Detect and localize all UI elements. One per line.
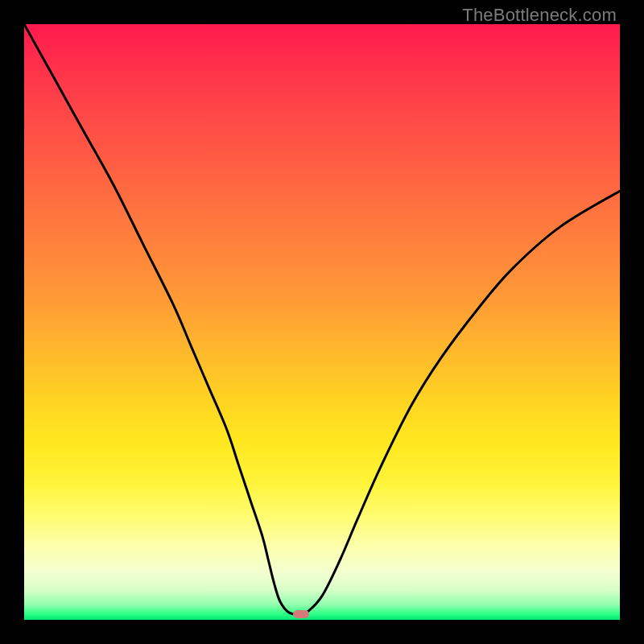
curve-svg — [24, 24, 620, 620]
chart-frame: TheBottleneck.com — [0, 0, 644, 644]
watermark-text: TheBottleneck.com — [462, 5, 617, 26]
bottleneck-curve — [24, 24, 620, 614]
plot-area — [24, 24, 620, 620]
optimum-marker — [293, 610, 309, 618]
